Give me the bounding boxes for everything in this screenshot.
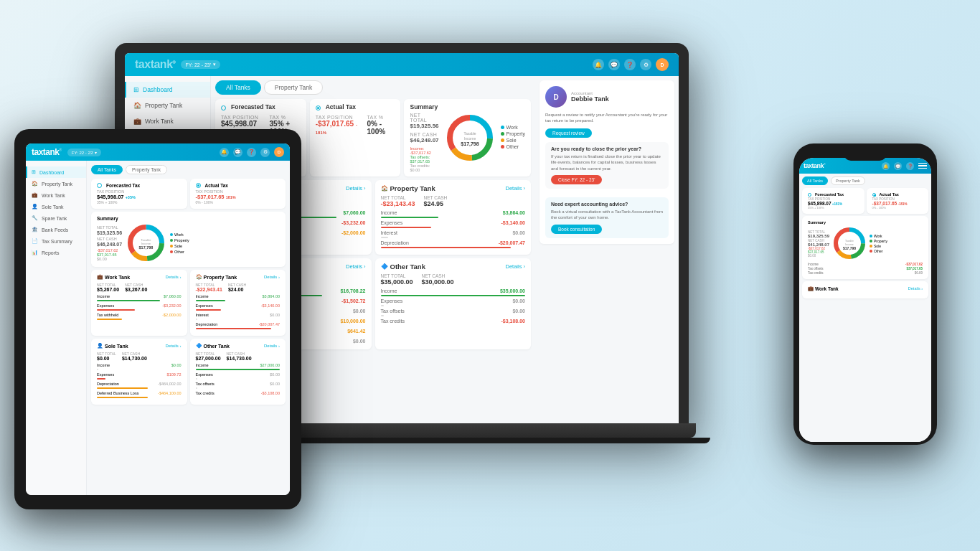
tablet-help-icon[interactable]: ❓ xyxy=(247,148,256,157)
tablet-tab-all[interactable]: All Tanks xyxy=(91,165,123,174)
tablet-fy-badge[interactable]: FY: 22 - 23' ▾ xyxy=(67,149,101,156)
tablet-work-details[interactable]: Details › xyxy=(165,275,181,279)
phone-tab-property[interactable]: Property Tank xyxy=(831,176,865,185)
request-review-button[interactable]: Request review xyxy=(545,128,592,138)
sidebar-item-property[interactable]: 🏠 Property Tank xyxy=(125,98,210,113)
svg-text:$17,798: $17,798 xyxy=(139,245,154,250)
tablet-property-tank: 🏠Property Tank Details › NET TOTAL-$22,9… xyxy=(190,270,286,336)
property-tank-icon: 🏠 xyxy=(381,185,388,192)
tablet-summary-card: Summary NET TOTAL $19,325.56 NET CASH $4… xyxy=(91,212,286,267)
summary-donut-card: Summary NET TOTAL $19,325.56 NET CASH $4… xyxy=(404,99,531,176)
actual-radio xyxy=(316,105,321,110)
phone-help-icon[interactable]: ❓ xyxy=(906,162,914,170)
svg-text:$17,798: $17,798 xyxy=(843,246,856,250)
property-tank-details[interactable]: Details › xyxy=(505,185,525,192)
tablet-sidebar-sole[interactable]: 👤Sole Tank xyxy=(26,201,86,212)
topbar: taxtank® FY: 22 - 23' ▾ 🔔 💬 ❓ ⚙ D xyxy=(125,53,679,76)
fy-badge[interactable]: FY: 22 - 23' ▾ xyxy=(181,60,220,69)
tablet-sidebar-taxsummary[interactable]: 📄Tax Summary xyxy=(26,235,86,247)
tablet-sidebar-work[interactable]: 💼Work Tank xyxy=(26,189,86,201)
tablet-topbar-icons: 🔔 💬 ❓ ⚙ D xyxy=(220,147,284,157)
phone-msg-icon[interactable]: 💬 xyxy=(894,162,902,170)
property-tank-card: 🏠 Property Tank Details › NET TOTAL xyxy=(375,180,532,255)
prop-income-bar xyxy=(381,217,439,218)
right-panel: D Accountant Debbie Tank Request a revie… xyxy=(535,76,679,423)
tablet-actual-card: Actual Tax TAX POSITION -$37,017.65 181%… xyxy=(190,179,286,209)
tablet-other-details[interactable]: Details › xyxy=(264,344,280,348)
phone-legend: Work Property Sole Other xyxy=(870,234,887,253)
tablet-sole-tank: 👤Sole Tank Details › NET TOTAL$0.00 NET … xyxy=(91,339,187,405)
other-tank-details[interactable]: Details › xyxy=(505,263,525,270)
phone-tab-all[interactable]: All Tanks xyxy=(802,176,828,185)
phone-topbar-icons: 🔔 💬 ❓ xyxy=(882,162,927,170)
bell-icon[interactable]: 🔔 xyxy=(593,59,604,70)
sidebar-item-dashboard[interactable]: ⊞ Dashboard xyxy=(125,82,210,98)
tablet-sidebar: ⊞Dashboard 🏠Property Tank 💼Work Tank 👤So… xyxy=(26,161,87,495)
sidebar-item-work[interactable]: 💼 Work Tank xyxy=(125,113,210,129)
prop-expenses-bar xyxy=(381,227,432,228)
tablet-other-tank: 🔷Other Tank Details › NET TOTAL$27,000.0… xyxy=(190,339,286,405)
tablet-device: taxtank® FY: 22 - 23' ▾ 🔔 💬 ❓ ⚙ D xyxy=(14,129,301,509)
phone-bell-icon[interactable]: 🔔 xyxy=(882,162,890,170)
tablet-sole-details[interactable]: Details › xyxy=(165,344,181,348)
tablet-topbar: taxtank® FY: 22 - 23' ▾ 🔔 💬 ❓ ⚙ D xyxy=(26,143,290,161)
tablet-sidebar-reports[interactable]: 📊Reports xyxy=(26,247,86,258)
svg-text:$17,798: $17,798 xyxy=(461,141,479,147)
tablet-msg-icon[interactable]: 💬 xyxy=(233,148,242,157)
tablet-sidebar-bankfeeds[interactable]: 🏦Bank Feeds xyxy=(26,224,86,235)
tablet-gear-icon[interactable]: ⚙ xyxy=(260,148,270,157)
tablet-main: All Tanks Property Tank Forecasted Tax xyxy=(87,161,290,495)
phone-notch xyxy=(844,152,887,161)
donut-svg: Taxable Income $17,798 xyxy=(445,113,495,163)
other-tank-icon: 🔷 xyxy=(381,263,388,270)
expert-advice-card: Need expert accounting advice? Book a vi… xyxy=(545,197,669,238)
tablet-bell-icon[interactable]: 🔔 xyxy=(220,148,229,157)
accountant-card: D Accountant Debbie Tank Request a revie… xyxy=(540,80,674,244)
tablet-tab-property[interactable]: Property Tank xyxy=(126,165,167,174)
tab-bar: All Tanks Property Tank xyxy=(215,80,531,95)
accountant-avatar: D xyxy=(545,86,567,108)
phone-logo: taxtank® xyxy=(804,162,825,169)
tablet-prop-details[interactable]: Details › xyxy=(264,275,280,279)
tablet-tab-bar: All Tanks Property Tank xyxy=(91,165,286,174)
svg-text:Taxable: Taxable xyxy=(463,131,476,136)
tablet-donut: Taxable Income $17,798 xyxy=(126,223,166,263)
tablet-work-tank: 💼Work Tank Details › NET TOTAL$5,267.00 … xyxy=(91,270,187,336)
sole-tank-details[interactable]: Details › xyxy=(346,263,366,270)
other-tank-card: 🔷 Other Tank Details › NET TOTAL xyxy=(375,258,532,349)
tablet-forecasted-card: Forecasted Tax TAX POSITION $45,998.07 +… xyxy=(91,179,187,209)
tab-all-tanks[interactable]: All Tanks xyxy=(215,80,261,95)
close-year-button[interactable]: Close FY: 22 - 23' xyxy=(551,175,602,184)
help-icon[interactable]: ❓ xyxy=(624,59,636,70)
message-icon[interactable]: 💬 xyxy=(608,59,620,70)
phone-forecasted-card: Forecasted Tax TAX POSITION $45,898.07 +… xyxy=(802,188,864,214)
settings-icon[interactable]: ⚙ xyxy=(640,59,651,70)
tab-property-tank[interactable]: Property Tank xyxy=(264,80,323,95)
tablet-sidebar-property[interactable]: 🏠Property Tank xyxy=(26,178,86,189)
svg-text:Taxable: Taxable xyxy=(845,240,854,242)
tablet-sidebar-spare[interactable]: 🔧Spare Tank xyxy=(26,212,86,224)
avatar[interactable]: D xyxy=(656,58,669,71)
phone-tab-bar: All Tanks Property Tank xyxy=(802,176,928,185)
book-consultation-button[interactable]: Book consultation xyxy=(551,225,602,234)
phone-summary-card: Summary NET TOTAL $19,325.59 NET CASH $4… xyxy=(802,216,928,279)
phone-menu-button[interactable] xyxy=(918,163,927,169)
tablet-sidebar-dashboard[interactable]: ⊞Dashboard xyxy=(26,166,86,178)
tablet-avatar[interactable]: D xyxy=(274,147,284,157)
phone-work-tank: 💼Work Tank Details › xyxy=(802,281,928,298)
phone-app: taxtank® 🔔 💬 ❓ All T xyxy=(799,158,931,442)
tablet-legend: Work Property Sole Other xyxy=(170,232,189,254)
tablet-app-body: ⊞Dashboard 🏠Property Tank 💼Work Tank 👤So… xyxy=(26,161,290,495)
other-taxoffsets-bar xyxy=(381,315,384,316)
scene: taxtank® FY: 22 - 23' ▾ 🔔 💬 ❓ ⚙ D xyxy=(0,0,980,551)
topbar-icons: 🔔 💬 ❓ ⚙ D xyxy=(593,58,669,71)
tablet-logo: taxtank® xyxy=(32,147,62,157)
phone-device: taxtank® 🔔 💬 ❓ All T xyxy=(793,143,937,445)
other-income-bar xyxy=(381,295,526,296)
phone-actual-card: Actual Tax TAX POSITION -$37,017.65 -181… xyxy=(867,188,929,214)
work-icon: 💼 xyxy=(133,118,141,125)
phone-work-details[interactable]: Details › xyxy=(908,286,923,291)
property-icon: 🏠 xyxy=(133,102,141,109)
work-tank-details[interactable]: Details › xyxy=(346,185,366,192)
forecasted-radio xyxy=(221,105,226,110)
